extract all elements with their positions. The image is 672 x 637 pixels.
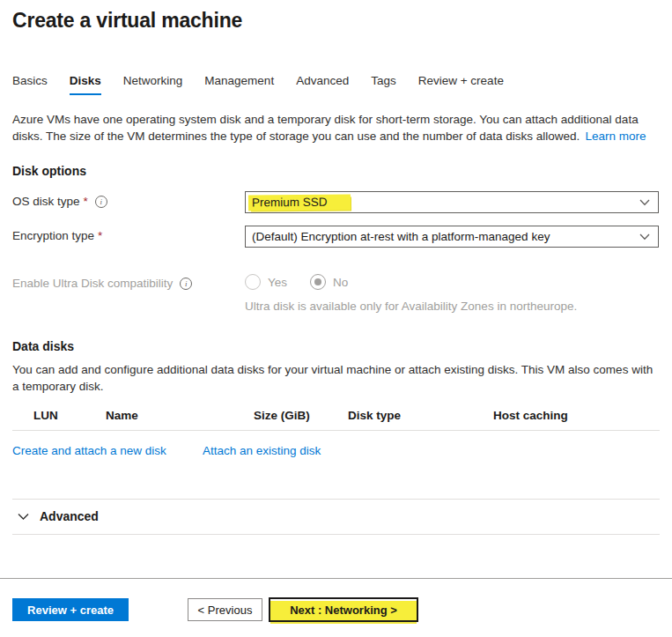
- advanced-section-label: Advanced: [40, 509, 99, 523]
- chevron-down-icon: [639, 199, 650, 206]
- ultra-disk-note: Ultra disk is available only for Availab…: [245, 300, 659, 313]
- required-asterisk: *: [98, 229, 102, 242]
- ultra-disk-radio-yes[interactable]: Yes: [245, 274, 287, 290]
- column-header-host-caching: Host caching: [493, 409, 660, 422]
- os-disk-type-row: OS disk type * i Premium SSD: [12, 191, 660, 213]
- data-disks-heading: Data disks: [12, 339, 660, 353]
- ultra-disk-label: Enable Ultra Disk compatibility i: [12, 273, 245, 290]
- disk-options-heading: Disk options: [12, 164, 660, 178]
- encryption-type-value: (Default) Encryption at-rest with a plat…: [252, 230, 550, 243]
- learn-more-link[interactable]: Learn more: [585, 130, 646, 143]
- os-disk-type-label: OS disk type * i: [12, 191, 245, 208]
- tab-advanced[interactable]: Advanced: [296, 74, 349, 95]
- encryption-type-label-text: Encryption type: [12, 229, 94, 242]
- chevron-down-icon: [18, 513, 29, 521]
- encryption-type-row: Encryption type * (Default) Encryption a…: [12, 226, 660, 248]
- ultra-disk-radio-group: Yes No: [245, 273, 659, 290]
- column-header-lun: LUN: [33, 409, 106, 422]
- footer-bar: Review + create < Previous Next : Networ…: [0, 578, 672, 637]
- encryption-type-label: Encryption type *: [12, 226, 245, 242]
- radio-circle-icon: [245, 274, 261, 290]
- ultra-disk-label-text: Enable Ultra Disk compatibility: [12, 277, 173, 290]
- tab-bar: Basics Disks Networking Management Advan…: [12, 74, 660, 96]
- radio-circle-selected-icon: [310, 274, 326, 290]
- info-icon[interactable]: i: [180, 278, 192, 290]
- column-header-disk-type: Disk type: [348, 409, 493, 422]
- intro-text: Azure VMs have one operating system disk…: [12, 111, 660, 144]
- previous-button[interactable]: < Previous: [188, 598, 262, 621]
- data-disks-links: Create and attach a new disk Attach an e…: [12, 444, 660, 457]
- tab-networking[interactable]: Networking: [123, 74, 183, 95]
- review-create-button[interactable]: Review + create: [12, 598, 129, 621]
- ultra-disk-row: Enable Ultra Disk compatibility i Yes No…: [12, 273, 660, 313]
- column-header-name: Name: [106, 409, 254, 422]
- encryption-type-dropdown[interactable]: (Default) Encryption at-rest with a plat…: [245, 226, 659, 248]
- tab-management[interactable]: Management: [204, 74, 274, 95]
- radio-label-no: No: [333, 276, 348, 289]
- next-networking-button[interactable]: Next : Networking >: [269, 597, 418, 622]
- page-content: Create a virtual machine Basics Disks Ne…: [0, 0, 672, 535]
- page-title: Create a virtual machine: [12, 0, 660, 33]
- tab-disks[interactable]: Disks: [70, 74, 101, 95]
- os-disk-type-label-text: OS disk type: [12, 195, 80, 208]
- tab-review-create[interactable]: Review + create: [418, 74, 504, 95]
- data-disks-description: You can add and configure additional dat…: [12, 361, 660, 395]
- required-asterisk: *: [84, 195, 88, 208]
- os-disk-type-dropdown[interactable]: Premium SSD: [245, 191, 659, 213]
- info-icon[interactable]: i: [95, 196, 107, 208]
- ultra-disk-radio-no[interactable]: No: [310, 274, 348, 290]
- data-disks-table-header: LUN Name Size (GiB) Disk type Host cachi…: [12, 409, 660, 431]
- column-header-size: Size (GiB): [254, 409, 348, 422]
- radio-label-yes: Yes: [268, 276, 287, 289]
- attach-existing-disk-link[interactable]: Attach an existing disk: [203, 444, 321, 457]
- advanced-section-toggle[interactable]: Advanced: [12, 500, 660, 535]
- intro-body: Azure VMs have one operating system disk…: [12, 113, 639, 143]
- tab-tags[interactable]: Tags: [371, 74, 396, 95]
- create-attach-new-disk-link[interactable]: Create and attach a new disk: [12, 444, 166, 457]
- tab-basics[interactable]: Basics: [12, 74, 48, 95]
- chevron-down-icon: [639, 233, 650, 241]
- os-disk-type-value-highlighted: Premium SSD: [248, 194, 351, 211]
